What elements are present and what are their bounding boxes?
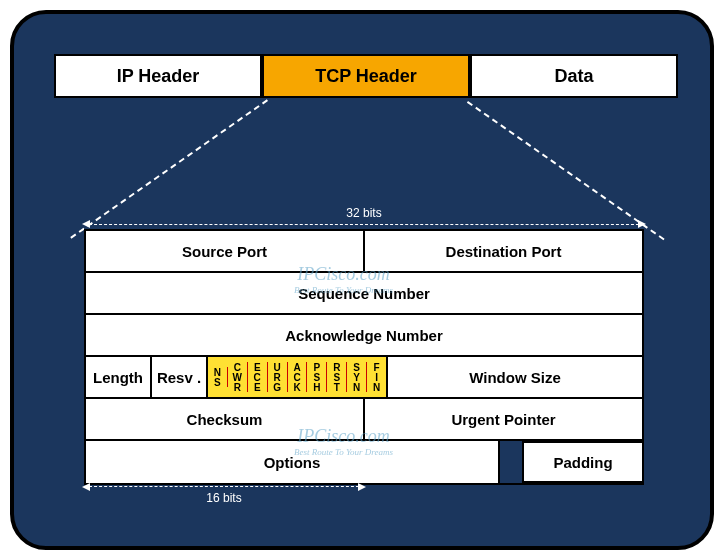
urgent-pointer-field: Urgent Pointer <box>365 399 642 439</box>
flags-group: NS CWR ECE URG ACK PSH RST SYN FIN <box>208 357 388 397</box>
padding-field: Padding <box>522 441 642 483</box>
packet-structure-bar: IP Header TCP Header Data <box>54 54 678 98</box>
sequence-number-field: Sequence Number <box>86 273 642 313</box>
tcp-header-table: Source Port Destination Port Sequence Nu… <box>84 229 644 485</box>
ip-header-cell: IP Header <box>54 54 262 98</box>
diagram-frame: IP Header TCP Header Data 32 bits Source… <box>10 10 714 550</box>
reserved-field: Resv . <box>152 357 208 397</box>
options-field: Options <box>86 441 500 483</box>
flag-rst: RST <box>327 362 347 392</box>
row-options: Options Padding <box>86 441 642 483</box>
tcp-header-cell: TCP Header <box>262 54 470 98</box>
data-cell: Data <box>470 54 678 98</box>
flag-ns: NS <box>208 367 228 387</box>
row-checksum: Checksum Urgent Pointer <box>86 399 642 441</box>
row-ack: Acknowledge Number <box>86 315 642 357</box>
acknowledge-number-field: Acknowledge Number <box>86 315 642 355</box>
row-sequence: Sequence Number <box>86 273 642 315</box>
row-ports: Source Port Destination Port <box>86 231 642 273</box>
checksum-field: Checksum <box>86 399 365 439</box>
options-padding-gap <box>500 441 522 483</box>
width-16-bits-label: 16 bits <box>84 486 364 505</box>
length-field: Length <box>86 357 152 397</box>
flag-urg: URG <box>268 362 288 392</box>
row-flags: Length Resv . NS CWR ECE URG ACK PSH RST… <box>86 357 642 399</box>
flag-syn: SYN <box>347 362 367 392</box>
flag-ece: ECE <box>248 362 268 392</box>
flag-ack: ACK <box>288 362 308 392</box>
destination-port-field: Destination Port <box>365 231 642 271</box>
flag-psh: PSH <box>307 362 327 392</box>
source-port-field: Source Port <box>86 231 365 271</box>
width-32-bits-label: 32 bits <box>84 206 644 225</box>
flag-fin: FIN <box>367 362 386 392</box>
flag-cwr: CWR <box>228 362 248 392</box>
window-size-field: Window Size <box>388 357 642 397</box>
